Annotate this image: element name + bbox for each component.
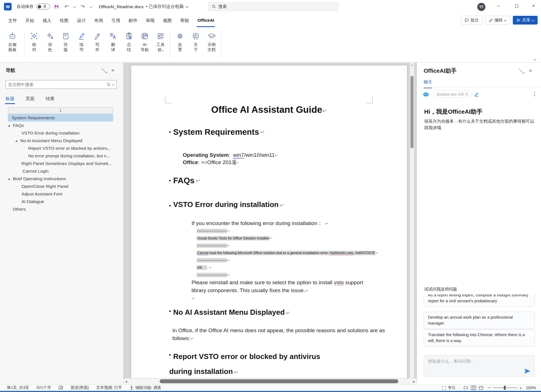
search-icon[interactable] [107, 83, 111, 87]
ribbon-polish-button[interactable]: 润色 [42, 30, 58, 52]
minimize-button[interactable]: – [492, 0, 505, 12]
nav-item-vsto-error[interactable]: VSTO Error during installation [8, 129, 113, 137]
scroll-left-icon[interactable]: ◀ [124, 380, 129, 383]
nav-tab-headings[interactable]: 标题 [6, 96, 14, 104]
ribbon-settings-button[interactable]: 设置 [172, 30, 188, 52]
nav-item-others[interactable]: Others [8, 205, 113, 213]
redo-icon[interactable]: ↷ [80, 4, 86, 9]
vertical-scrollbar[interactable]: ▲ [410, 63, 414, 378]
horizontal-scrollbar[interactable]: ◀ ▶ [124, 378, 417, 384]
tab-home[interactable]: 开始 [21, 16, 38, 26]
nav-item-cannot-login[interactable]: Cannot Login [8, 167, 113, 175]
send-icon[interactable] [524, 368, 531, 374]
nav-item-no-menu[interactable]: ◢No AI Assistant Menu Displayed [8, 137, 113, 144]
scroll-up-icon[interactable]: ▲ [410, 63, 414, 67]
ai-panel-dropdown-icon[interactable] [519, 67, 525, 74]
ribbon-translate-button[interactable]: 翻译 [105, 30, 121, 52]
tab-layout[interactable]: 布局 [90, 16, 107, 26]
ribbon-typeset-button[interactable]: 排版 [58, 30, 74, 52]
page-indicator[interactable]: 第1页, 共3页 [5, 385, 33, 390]
text-prediction-indicator[interactable]: 文本预测: 打开 [93, 385, 126, 390]
ribbon-summarize-button[interactable]: 总结 [121, 30, 137, 52]
save-icon[interactable] [53, 4, 60, 9]
tab-design[interactable]: 设计 [73, 16, 90, 26]
focus-mode-button[interactable]: 专注 [438, 385, 459, 390]
tab-officeai[interactable]: OfficeAI [193, 16, 218, 26]
share-button[interactable]: 共享 [513, 16, 538, 25]
nav-search-input[interactable] [8, 82, 105, 87]
word-count[interactable]: 521个字 [33, 385, 54, 390]
nav-item-no-error-prompt[interactable]: No error prompt during installation, but… [8, 152, 113, 160]
nav-item-ai-dialogue[interactable]: AI Dialogue [8, 198, 113, 205]
tab-references[interactable]: 引用 [107, 16, 124, 26]
proofing-icon[interactable] [55, 386, 67, 390]
nav-item-faqs[interactable]: ◢FAQs [8, 122, 113, 129]
read-mode-icon[interactable] [463, 386, 469, 390]
ai-tab-chat[interactable]: 聊天 [424, 80, 432, 88]
editing-button[interactable]: 编辑 [485, 16, 510, 25]
tab-draw[interactable]: 绘图 [56, 16, 73, 26]
ribbon-toolbox-button[interactable]: 工具箱 [153, 30, 168, 52]
scroll-right-icon[interactable]: ▶ [412, 380, 417, 383]
nav-search-box[interactable] [6, 80, 117, 89]
print-layout-icon[interactable] [471, 386, 476, 390]
title-dropdown-icon[interactable] [186, 5, 188, 8]
nav-item-open-close-panel[interactable]: Open/Close Right Panel [8, 182, 113, 190]
expand-triangle-icon[interactable]: ◢ [15, 139, 20, 142]
edit-model-icon[interactable] [474, 92, 479, 97]
maximize-button[interactable] [510, 0, 523, 12]
nav-item-report-vsto[interactable]: Report VSTO error or blocked by antiviru… [8, 144, 113, 152]
more-options-icon[interactable] [533, 91, 536, 97]
tab-mailings[interactable]: 邮件 [124, 16, 142, 26]
suggestion-card[interactable]: Translate the following into Chinese: Wh… [424, 329, 535, 347]
zoom-out-button[interactable]: − [488, 385, 491, 391]
tab-review[interactable]: 审阅 [142, 16, 159, 26]
quick-access-dropdown-icon[interactable] [89, 5, 93, 8]
nav-item-adjust-font[interactable]: Adjust Assistant Font [8, 190, 113, 198]
undo-icon[interactable]: ↶ [63, 4, 70, 9]
suggestion-card-clipped[interactable]: As a report writing expert, compose a th… [424, 294, 535, 309]
nav-tab-pages[interactable]: 页面 [26, 96, 34, 104]
zoom-in-button[interactable]: + [519, 386, 522, 390]
document-title[interactable]: OfficeAI_Readme.docx • 已保存到这台电脑 [99, 4, 188, 10]
model-selector[interactable]: doubao-pro-32k (f [433, 90, 471, 98]
ribbon-right-panel-button[interactable]: 右侧面板 [2, 30, 23, 52]
accessibility-indicator[interactable]: 辅助功能: 调查 [126, 385, 165, 390]
zoom-slider[interactable] [493, 387, 517, 388]
zoom-slider-thumb[interactable] [504, 386, 506, 390]
search-box[interactable]: 搜索 [208, 2, 338, 11]
web-layout-icon[interactable] [478, 386, 484, 390]
ribbon-about-button[interactable]: 关于 [188, 30, 204, 52]
document-page[interactable]: Office AI Assistant Guide↵ System Requir… [131, 65, 407, 378]
ai-panel-close-icon[interactable]: × [525, 68, 535, 74]
tab-insert[interactable]: 插入 [38, 16, 56, 26]
nav-pane-close-icon[interactable]: × [108, 68, 118, 73]
autosave-toggle[interactable]: 关 [36, 4, 50, 10]
nav-tab-results[interactable]: 结果 [46, 96, 54, 104]
nav-tree-collapse-all[interactable]: ▴ [8, 107, 113, 114]
nav-item-brief-instructions[interactable]: ◢Brief Operating Instructions [8, 175, 113, 182]
ribbon-continue-writing-button[interactable]: 续写 [74, 30, 89, 52]
vertical-scrollbar-thumb[interactable] [410, 76, 414, 148]
ribbon-ai-nav-button[interactable]: AI导航 [137, 30, 153, 52]
nav-item-right-panel[interactable]: Right Panel Sometimes Displays and Somet… [8, 160, 113, 167]
zoom-level[interactable]: 100% [526, 386, 536, 390]
nav-pane-dropdown-icon[interactable] [101, 67, 108, 73]
tab-help[interactable]: 帮助 [176, 16, 193, 26]
ribbon-sample-doc-button[interactable]: 示例文档 [204, 30, 219, 52]
expand-triangle-icon[interactable]: ◢ [8, 177, 13, 180]
language-indicator[interactable]: 英语(美国) [67, 385, 93, 390]
word-logo-icon[interactable]: W [4, 3, 12, 10]
nav-item-system-requirements[interactable]: System Requirements [8, 114, 113, 122]
tab-file[interactable]: 文件 [4, 16, 21, 26]
ribbon-proofread-button[interactable]: 校对 [26, 30, 42, 52]
horizontal-scrollbar-thumb[interactable] [160, 379, 398, 383]
close-button[interactable]: × [527, 0, 540, 12]
avatar[interactable]: TT [477, 3, 485, 11]
tab-view[interactable]: 视图 [159, 16, 176, 26]
undo-dropdown-icon[interactable] [72, 5, 77, 8]
ai-chat-input[interactable]: 想知道什么，来问问我~ [424, 355, 535, 377]
expand-triangle-icon[interactable]: ◢ [8, 124, 13, 127]
suggestion-card[interactable]: Develop an annual work plan as a profess… [424, 312, 535, 329]
ribbon-writing-button[interactable]: 写作 [89, 30, 105, 52]
